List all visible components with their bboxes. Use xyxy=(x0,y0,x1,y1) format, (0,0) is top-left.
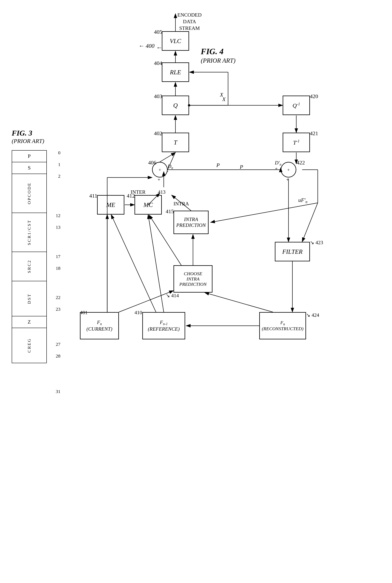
dprime-ref: 422 xyxy=(297,160,305,166)
filter-ref: ↘ 423 xyxy=(310,240,323,246)
fig3-section: FIG. 3 (PRIOR ART) P S OPCODE SCR1/CST S xyxy=(8,12,51,363)
svg-line-24 xyxy=(205,293,273,312)
intra-label: INTRA xyxy=(174,201,189,207)
fig3-title: FIG. 3 xyxy=(12,129,51,137)
rle-box: RLE xyxy=(162,63,189,82)
vlc-ref: 405 xyxy=(154,29,162,35)
fig3-subtitle: (PRIOR ART) xyxy=(12,138,51,144)
choose-intra-ref: ↘ 414 xyxy=(166,293,179,299)
fn1-ref-box: Fn-1(REFERENCE) xyxy=(142,312,185,339)
q-ref: 403 xyxy=(154,93,162,100)
t-box: T xyxy=(162,133,189,152)
q-box: Q xyxy=(162,96,189,115)
svg-line-26 xyxy=(119,291,174,312)
fn-current-box: Fn(CURRENT) xyxy=(80,312,119,339)
p-label: P xyxy=(240,164,243,170)
dprime-node: + xyxy=(281,162,296,178)
intra-pred-ref: 415 xyxy=(166,208,174,215)
inter-label: INTER xyxy=(130,189,146,195)
dn-label: Dn xyxy=(168,164,173,170)
plus-sign-2: + xyxy=(275,166,278,172)
plus-sign-1: + xyxy=(158,177,160,183)
svg-line-29 xyxy=(148,215,164,312)
fig4-subtitle: (PRIOR ART) xyxy=(201,57,236,64)
fig4-title: FIG. 4 xyxy=(201,47,224,56)
encoded-data-stream-label: ENCODEDDATASTREAM xyxy=(178,12,202,32)
fn-reconstructed-box: Fn(RECONSTRUCTED) xyxy=(259,312,306,339)
qinv-ref: 420 xyxy=(310,93,318,100)
intra-pred-box: INTRAPREDICTION xyxy=(174,211,208,234)
mc-box: MC xyxy=(134,195,162,215)
svg-line-6 xyxy=(160,153,176,162)
fn1-ref-ref: 410 xyxy=(134,310,142,316)
me-box: ME xyxy=(97,195,124,215)
tinv-ref: 421 xyxy=(310,130,318,137)
fn-current-ref: 401 xyxy=(80,310,88,316)
x-label: X xyxy=(220,92,223,98)
me-ref: 411 xyxy=(89,193,97,199)
vlc-box: VLC xyxy=(162,31,189,51)
ufn-label: uF'n xyxy=(298,197,308,204)
svg-line-30 xyxy=(111,215,156,312)
qinv-box: Q-1 xyxy=(283,96,310,115)
svg-text:P: P xyxy=(216,162,220,168)
tinv-box: T-1 xyxy=(283,133,310,152)
t-ref: 402 xyxy=(154,130,162,137)
plus-sign-3: + xyxy=(286,177,289,183)
dn-ref: 406 xyxy=(148,160,156,166)
choose-intra-box: CHOOSEINTRAPREDICTION xyxy=(174,265,212,293)
svg-text:← 400: ← 400 xyxy=(138,43,154,49)
rle-ref: 404 xyxy=(154,60,162,66)
svg-line-19 xyxy=(210,203,318,222)
svg-line-20 xyxy=(302,203,318,242)
filter-box: FILTER xyxy=(275,242,310,261)
minus-sign: - xyxy=(167,168,168,174)
switch-413: 413 xyxy=(158,189,166,195)
fig4-section: FIG. 4 (PRIOR ART) ← 400 ENCODEDDATASTRE… xyxy=(68,8,384,573)
fn-reconstructed-ref: ↘ 424 xyxy=(306,312,319,318)
diagram-svg: X ← 400 P xyxy=(68,8,384,573)
